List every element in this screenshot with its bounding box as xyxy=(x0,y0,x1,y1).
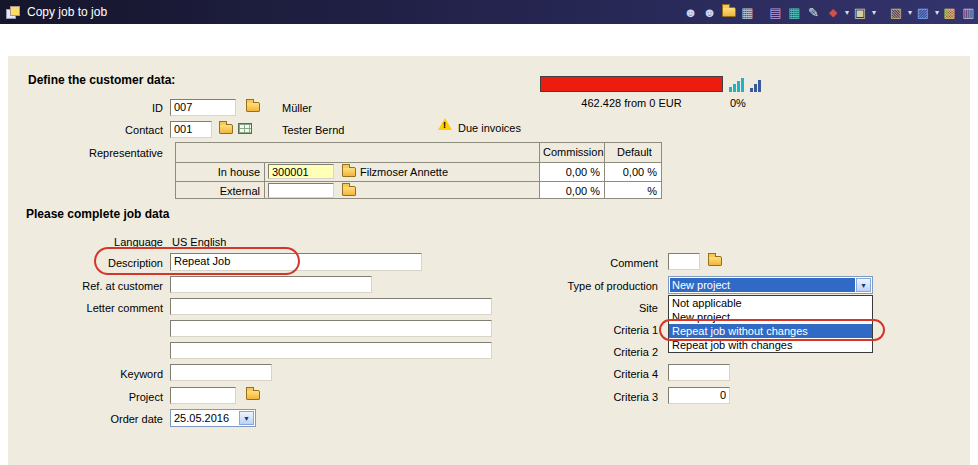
chevron-down-icon xyxy=(872,3,876,18)
keyword-label: Keyword xyxy=(48,368,163,380)
letter-comment-input-1[interactable] xyxy=(170,298,492,315)
language-value: US English xyxy=(172,236,226,248)
representative-label: Representative xyxy=(48,147,163,159)
letter-comment-input-3[interactable] xyxy=(170,342,492,359)
description-input[interactable]: Repeat Job xyxy=(170,253,422,271)
criteria-3-label: Criteria 3 xyxy=(548,391,658,403)
criteria-4-label: Criteria 4 xyxy=(548,368,658,380)
external-default: % xyxy=(607,185,657,197)
letter-comment-label: Letter comment xyxy=(48,302,163,314)
site-label: Site xyxy=(548,302,658,314)
contact-table-icon[interactable] xyxy=(238,123,252,134)
order-date-select[interactable]: 25.05.2016 xyxy=(170,409,256,427)
budget-percent-text: 0% xyxy=(730,97,746,109)
letter-comment-input-2[interactable] xyxy=(170,320,492,337)
in-house-label: In house xyxy=(176,166,260,178)
window-title: Copy job to job xyxy=(27,5,107,19)
project-input[interactable] xyxy=(170,387,236,404)
dropdown-option-repeat-job-without-changes[interactable]: Repeat job without changes xyxy=(669,324,872,338)
window-icon xyxy=(6,6,20,19)
due-invoices-link[interactable]: Due invoices xyxy=(458,122,521,134)
external-label: External xyxy=(176,185,260,197)
in-house-rep-name: Filzmoser Annette xyxy=(360,166,448,178)
chevron-down-icon xyxy=(908,3,912,18)
dropdown-option-repeat-job-with-changes[interactable]: Repeat job with changes xyxy=(669,338,872,352)
ref-at-customer-label: Ref. at customer xyxy=(48,280,163,292)
toolbar-separator xyxy=(757,0,766,24)
id-label: ID xyxy=(48,102,163,114)
contact-label: Contact xyxy=(48,124,163,136)
criteria-4-input[interactable] xyxy=(668,364,730,381)
default-column-header: Default xyxy=(617,146,652,158)
dropdown-option-not-applicable[interactable]: Not applicable xyxy=(669,296,872,310)
contact-name-text: Tester Bernd xyxy=(282,124,344,136)
copy-stack-icon[interactable] xyxy=(940,3,959,21)
book-icon[interactable] xyxy=(766,3,785,21)
project-label: Project xyxy=(48,391,163,403)
comment-label: Comment xyxy=(548,257,658,269)
copy-job-to-job-window: Copy job to job Define the customer data… xyxy=(0,0,978,465)
order-date-label: Order date xyxy=(48,413,163,425)
external-folder-icon[interactable] xyxy=(342,186,356,196)
job-section-heading: Please complete job data xyxy=(26,207,169,221)
customer-lookup-folder-icon[interactable] xyxy=(246,102,260,112)
external-commission: 0,00 % xyxy=(542,185,600,197)
toolbar xyxy=(681,0,978,24)
external-rep-input[interactable] xyxy=(268,183,334,198)
bar-chart-icon[interactable] xyxy=(729,77,744,92)
ref-at-customer-input[interactable] xyxy=(170,276,372,293)
language-label: Language xyxy=(48,236,163,248)
package-menu-icon[interactable] xyxy=(886,3,913,21)
dialog-body: Define the customer data: 462.428 from 0… xyxy=(8,56,970,465)
in-house-rep-input[interactable]: 300001 xyxy=(268,164,334,179)
criteria-2-label: Criteria 2 xyxy=(548,346,658,358)
in-house-default: 0,00 % xyxy=(607,166,657,178)
titlebar[interactable]: Copy job to job xyxy=(0,0,978,24)
budget-progress-fill xyxy=(541,77,722,91)
diamond-menu-icon[interactable] xyxy=(823,3,850,21)
chevron-down-icon[interactable] xyxy=(239,411,254,425)
chevron-down-icon xyxy=(845,3,849,18)
project-folder-icon[interactable] xyxy=(246,390,260,400)
representative-table: Commission Default In house 300001 Filzm… xyxy=(175,142,662,199)
type-of-production-select[interactable]: New project xyxy=(668,276,873,294)
export-menu-icon[interactable] xyxy=(913,3,940,21)
contact-lookup-folder-icon[interactable] xyxy=(219,124,233,134)
criteria-1-label: Criteria 1 xyxy=(548,324,658,336)
description-label: Description xyxy=(48,257,163,269)
warning-icon xyxy=(438,118,452,130)
in-house-folder-icon[interactable] xyxy=(342,167,356,177)
clipped-toolbar-icon[interactable] xyxy=(959,3,978,21)
comment-input[interactable] xyxy=(668,253,700,270)
comment-folder-icon[interactable] xyxy=(708,256,722,266)
user-add-icon[interactable] xyxy=(700,3,719,21)
budget-amount-text: 462.428 from 0 EUR xyxy=(540,97,723,109)
customer-id-input[interactable]: 007 xyxy=(170,99,236,116)
commission-column-header: Commission xyxy=(543,146,604,158)
dropdown-option-new-project[interactable]: New project xyxy=(669,310,872,324)
customer-name-text: Müller xyxy=(282,102,312,114)
edit-pencil-icon[interactable] xyxy=(804,3,823,21)
budget-progress-bar xyxy=(540,76,723,92)
keyword-input[interactable] xyxy=(170,364,272,381)
chevron-down-icon[interactable] xyxy=(856,278,871,292)
spreadsheet-icon[interactable] xyxy=(785,3,804,21)
contact-id-input[interactable]: 001 xyxy=(170,121,212,138)
type-of-production-label: Type of production xyxy=(548,280,658,292)
in-house-commission: 0,00 % xyxy=(542,166,600,178)
statistics-chart-icon[interactable] xyxy=(750,77,761,92)
criteria-3-input[interactable]: 0 xyxy=(668,387,730,404)
grid-line xyxy=(264,162,265,198)
type-of-production-dropdown-list: Not applicable New project Repeat job wi… xyxy=(668,295,873,353)
customer-section-heading: Define the customer data: xyxy=(28,73,175,87)
chevron-down-icon xyxy=(935,3,939,18)
new-folder-icon[interactable] xyxy=(719,3,738,21)
folder-glyph xyxy=(722,7,736,17)
user-edit-icon[interactable] xyxy=(681,3,700,21)
toolbar-separator xyxy=(877,0,886,24)
print-menu-icon[interactable] xyxy=(850,3,877,21)
type-of-production-value: New project xyxy=(670,278,855,292)
calculator-icon[interactable] xyxy=(738,3,757,21)
order-date-value: 25.05.2016 xyxy=(172,411,238,425)
